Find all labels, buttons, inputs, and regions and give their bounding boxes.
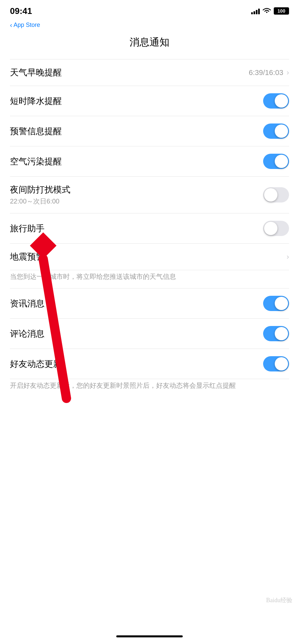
toggle-thumb <box>275 327 288 340</box>
friend-updates-toggle[interactable] <box>263 356 289 371</box>
travel-assistant-row[interactable]: 旅行助手 <box>0 213 299 243</box>
comment-message-label: 评论消息 <box>10 328 45 340</box>
status-icons: 100 <box>251 7 289 15</box>
air-reminder-row[interactable]: 空气污染提醒 <box>0 146 299 176</box>
weather-reminder-row[interactable]: 天气早晚提醒 6:39/16:03 › <box>0 59 299 86</box>
toggle-thumb <box>264 222 277 235</box>
toggle-thumb <box>264 188 277 201</box>
night-mode-toggle[interactable] <box>263 187 289 202</box>
battery-icon: 100 <box>274 7 289 15</box>
rain-reminder-toggle[interactable] <box>263 93 289 109</box>
friends-description: 开启好友动态更新后，您的好友更新时景照片后，好友动态将会显示红点提醒 <box>0 379 299 397</box>
travel-assistant-toggle[interactable] <box>263 221 289 236</box>
toggle-thumb <box>275 94 288 108</box>
warning-reminder-row[interactable]: 预警信息提醒 <box>0 116 299 146</box>
news-message-toggle[interactable] <box>263 296 289 311</box>
rain-reminder-row[interactable]: 短时降水提醒 <box>0 86 299 116</box>
travel-assistant-label: 旅行助手 <box>10 223 45 234</box>
back-label: App Store <box>14 22 40 29</box>
friend-updates-row[interactable]: 好友动态更新 <box>0 349 299 379</box>
weather-reminder-label: 天气早晚提醒 <box>10 67 62 78</box>
status-bar: 09:41 100 <box>0 0 299 20</box>
signal-icon <box>251 8 260 14</box>
weather-reminder-chevron-icon: › <box>287 68 289 77</box>
back-chevron-icon: ‹ <box>10 21 12 29</box>
nav-back[interactable]: ‹ App Store <box>0 20 299 29</box>
comment-message-toggle[interactable] <box>263 326 289 341</box>
earthquake-warning-label: 地震预警 <box>10 251 45 263</box>
toggle-thumb <box>275 155 288 168</box>
home-indicator <box>116 635 183 637</box>
weather-reminder-right: 6:39/16:03 › <box>249 68 289 77</box>
rain-reminder-label: 短时降水提醒 <box>10 95 62 107</box>
wifi-icon <box>262 8 271 14</box>
toggle-thumb <box>275 357 288 370</box>
night-mode-row[interactable]: 夜间防打扰模式 22:00～次日6:00 <box>0 177 299 213</box>
air-reminder-toggle[interactable] <box>263 154 289 169</box>
status-time: 09:41 <box>10 6 32 16</box>
earthquake-chevron-icon: › <box>287 253 289 261</box>
watermark: Baidu经验 <box>266 596 292 604</box>
night-mode-left: 夜间防打扰模式 22:00～次日6:00 <box>10 184 70 206</box>
news-message-row[interactable]: 资讯消息 <box>0 288 299 318</box>
air-reminder-label: 空气污染提醒 <box>10 156 62 167</box>
earthquake-warning-row[interactable]: 地震预警 › <box>0 244 299 270</box>
warning-reminder-toggle[interactable] <box>263 123 289 139</box>
warning-reminder-label: 预警信息提醒 <box>10 125 62 137</box>
night-mode-sublabel: 22:00～次日6:00 <box>10 197 70 206</box>
comment-message-row[interactable]: 评论消息 <box>0 319 299 349</box>
night-mode-label: 夜间防打扰模式 <box>10 184 70 196</box>
toggle-thumb <box>275 124 288 138</box>
weather-reminder-value: 6:39/16:03 <box>249 68 283 77</box>
travel-description: 当您到达一个城市时，将立即给您推送该城市的天气信息 <box>0 270 299 288</box>
page-title: 消息通知 <box>0 29 299 59</box>
friend-updates-label: 好友动态更新 <box>10 358 62 370</box>
battery-level: 100 <box>277 8 285 14</box>
toggle-thumb <box>275 297 288 310</box>
news-message-label: 资讯消息 <box>10 298 45 309</box>
